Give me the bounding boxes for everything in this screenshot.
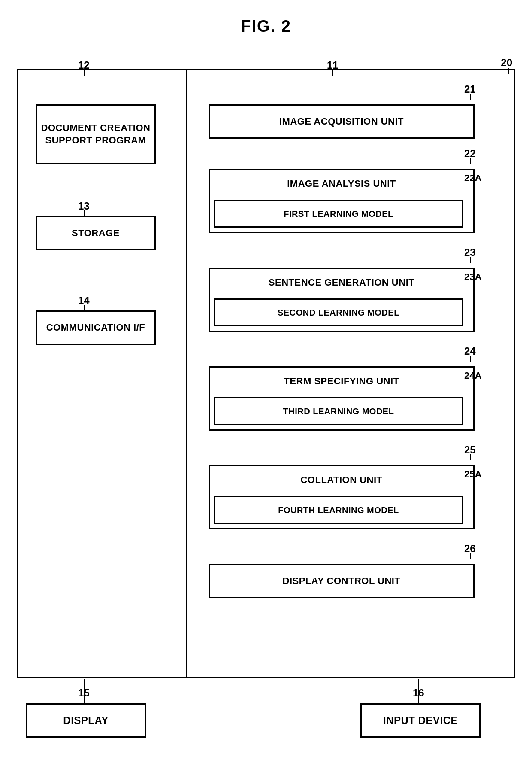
- ref-label-23: 23: [464, 246, 476, 258]
- storage-label: STORAGE: [72, 227, 120, 240]
- display-box: DISPLAY: [26, 703, 146, 738]
- ref-label-21: 21: [464, 83, 476, 95]
- ref-label-22A: 22A: [464, 173, 481, 184]
- collation-label: COLLATION UNIT: [300, 474, 382, 486]
- figure-title: FIG. 2: [0, 0, 532, 36]
- display-control-box: DISPLAY CONTROL UNIT: [209, 564, 475, 598]
- outer-device-box: DOCUMENT CREATION SUPPORT PROGRAM STORAG…: [17, 69, 515, 678]
- ref-label-25A: 25A: [464, 469, 481, 480]
- first-learning-label: FIRST LEARNING MODEL: [284, 208, 393, 219]
- ref-label-23A: 23A: [464, 271, 481, 283]
- ref-label-26: 26: [464, 543, 476, 555]
- fourth-learning-box: FOURTH LEARNING MODEL: [214, 496, 463, 524]
- page: FIG. 2 20 DOCUMENT CREATION SUPPORT PROG…: [0, 0, 532, 760]
- sentence-generation-outer-box: SENTENCE GENERATION UNIT SECOND LEARNING…: [209, 268, 475, 332]
- doc-creation-box: DOCUMENT CREATION SUPPORT PROGRAM: [36, 104, 156, 164]
- image-analysis-outer-box: IMAGE ANALYSIS UNIT FIRST LEARNING MODEL: [209, 169, 475, 233]
- input-device-label: INPUT DEVICE: [383, 714, 458, 727]
- ref-label-16: 16: [413, 687, 424, 699]
- comm-if-box: COMMUNICATION I/F: [36, 310, 156, 345]
- third-learning-box: THIRD LEARNING MODEL: [214, 397, 463, 425]
- left-section: DOCUMENT CREATION SUPPORT PROGRAM STORAG…: [18, 70, 186, 677]
- collation-outer-box: COLLATION UNIT FOURTH LEARNING MODEL: [209, 465, 475, 529]
- third-learning-label: THIRD LEARNING MODEL: [283, 406, 394, 417]
- ref-label-22: 22: [464, 148, 476, 160]
- sentence-generation-label: SENTENCE GENERATION UNIT: [269, 277, 414, 289]
- image-analysis-label: IMAGE ANALYSIS UNIT: [287, 178, 396, 190]
- doc-creation-label: DOCUMENT CREATION SUPPORT PROGRAM: [41, 122, 151, 146]
- image-acquisition-box: IMAGE ACQUISITION UNIT: [209, 104, 475, 139]
- display-control-label: DISPLAY CONTROL UNIT: [283, 575, 401, 587]
- image-acquisition-label: IMAGE ACQUISITION UNIT: [279, 116, 404, 128]
- ref-label-15: 15: [78, 687, 90, 699]
- ref-label-14: 14: [78, 295, 90, 307]
- ref-label-20: 20: [501, 57, 512, 69]
- fourth-learning-label: FOURTH LEARNING MODEL: [278, 505, 399, 516]
- display-label: DISPLAY: [63, 714, 108, 727]
- ref-label-24A: 24A: [464, 370, 481, 381]
- ref-label-12: 12: [78, 59, 90, 71]
- ref-label-11: 11: [327, 59, 339, 71]
- input-device-box: INPUT DEVICE: [360, 703, 481, 738]
- ref-label-24: 24: [464, 345, 476, 357]
- storage-box: STORAGE: [36, 216, 156, 250]
- second-learning-label: SECOND LEARNING MODEL: [278, 307, 399, 318]
- term-specifying-outer-box: TERM SPECIFYING UNIT THIRD LEARNING MODE…: [209, 366, 475, 431]
- term-specifying-label: TERM SPECIFYING UNIT: [284, 375, 399, 388]
- ref-label-13: 13: [78, 200, 90, 212]
- first-learning-box: FIRST LEARNING MODEL: [214, 200, 463, 228]
- second-learning-box: SECOND LEARNING MODEL: [214, 298, 463, 326]
- comm-if-label: COMMUNICATION I/F: [46, 322, 145, 334]
- ref-label-25: 25: [464, 444, 476, 456]
